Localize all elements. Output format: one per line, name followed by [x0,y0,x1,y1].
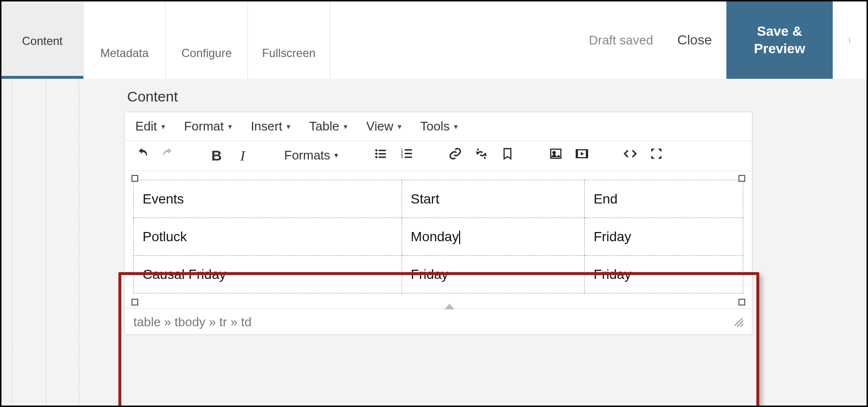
gutter-line [79,79,79,406]
tab-content-label: Content [22,34,62,48]
editor-content-area[interactable]: Events Start End Potluck Monday Friday C… [125,171,752,308]
table-row[interactable]: Potluck Monday Friday [134,218,743,256]
svg-point-6 [376,153,378,155]
svg-rect-7 [379,153,386,155]
svg-rect-13 [405,153,412,154]
svg-point-4 [376,149,378,152]
menu-tools[interactable]: Tools▼ [420,119,460,134]
expand-button[interactable] [650,147,663,164]
column-indicator-icon [445,304,454,309]
close-button[interactable]: Close [663,1,726,79]
menu-table-label: Table [309,119,339,134]
svg-point-8 [376,156,378,159]
gutter-line [46,79,46,406]
editor-body: Content Edit▼ Format▼ Insert▼ Table▼ Vie… [1,79,867,406]
italic-button[interactable]: I [236,147,249,164]
cell-text: End [593,191,618,206]
path-sep: » [227,315,241,329]
link-button[interactable] [448,147,462,164]
table-cell[interactable]: Monday [402,218,584,256]
svg-point-1 [849,38,850,39]
cell-text: Potluck [143,229,187,244]
cell-text: Friday [593,229,631,244]
video-button[interactable] [575,147,589,164]
selection-handle[interactable] [738,175,745,182]
content-table[interactable]: Events Start End Potluck Monday Friday C… [133,180,743,293]
resize-grip-icon[interactable] [735,318,743,327]
table-row[interactable]: Events Start End [134,180,743,218]
selection-handle[interactable] [131,299,138,305]
menu-edit-label: Edit [135,119,157,134]
path-segment[interactable]: tbody [174,315,205,329]
table-cell[interactable]: End [585,180,743,218]
path-segment[interactable]: table [133,315,160,329]
bold-button[interactable]: B [210,147,223,164]
svg-text:3: 3 [401,155,403,159]
table-cell[interactable]: Events [134,180,402,218]
svg-point-17 [553,151,555,154]
table-cell[interactable]: Friday [402,256,584,293]
chevron-down-icon: ▼ [452,123,459,131]
menu-insert-label: Insert [251,119,282,134]
chevron-down-icon: ▼ [342,123,349,131]
tab-fullscreen[interactable]: Fullscreen [248,1,330,79]
table-cell[interactable]: Causal Friday [134,256,402,293]
draft-status: Draft saved [579,1,663,79]
table-row[interactable]: Causal Friday Friday Friday [134,256,743,293]
table-cell[interactable]: Friday [585,218,743,256]
svg-rect-15 [405,157,412,158]
chevron-down-icon: ▼ [333,152,339,159]
unlink-button[interactable] [475,147,488,164]
path-sep: » [160,315,174,329]
source-code-button[interactable] [623,147,637,164]
selection-handle[interactable] [738,299,745,305]
tab-configure-label: Configure [181,46,231,60]
editor-toolbar: B I Formats▼ 123 [125,141,752,171]
overflow-menu-button[interactable] [833,1,867,79]
bookmark-button[interactable] [501,147,514,164]
menu-tools-label: Tools [420,119,450,134]
chevron-down-icon: ▼ [160,123,167,131]
menu-format[interactable]: Format▼ [184,119,233,134]
tab-content[interactable]: Content [1,1,84,79]
chevron-down-icon: ▼ [227,123,233,131]
top-toolbar: Content Metadata Configure Fullscreen Dr… [1,1,867,79]
undo-button[interactable] [135,147,149,164]
svg-point-2 [849,40,850,41]
path-segment[interactable]: td [241,315,252,329]
image-button[interactable] [549,147,563,164]
menu-edit[interactable]: Edit▼ [135,119,167,134]
table-cell[interactable]: Potluck [134,218,402,256]
element-path-bar: table » tbody » tr » td [125,308,752,334]
numbered-list-button[interactable]: 123 [400,147,414,164]
selection-handle[interactable] [131,175,138,182]
formats-label: Formats [284,148,330,163]
chevron-down-icon: ▼ [396,123,403,131]
section-title: Content [127,88,867,105]
svg-rect-19 [577,150,579,158]
save-preview-button[interactable]: Save & Preview [726,1,833,79]
formats-dropdown[interactable]: Formats▼ [284,148,339,163]
menu-table[interactable]: Table▼ [309,119,349,134]
menu-view[interactable]: View▼ [366,119,403,134]
tab-metadata-label: Metadata [100,46,148,60]
menu-insert[interactable]: Insert▼ [251,119,292,134]
svg-point-3 [849,41,850,42]
redo-button[interactable] [161,147,175,164]
svg-rect-11 [405,149,412,151]
path-segment[interactable]: tr [219,315,227,329]
cell-text: Start [411,191,439,206]
cell-text: Events [143,191,184,206]
menu-format-label: Format [184,119,224,134]
bullet-list-button[interactable] [374,147,388,164]
element-path[interactable]: table » tbody » tr » td [133,315,251,330]
table-cell[interactable]: Start [402,180,584,218]
chevron-down-icon: ▼ [285,123,292,131]
svg-rect-5 [379,150,386,151]
svg-rect-20 [586,150,588,158]
tab-configure[interactable]: Configure [166,1,248,79]
cell-text: Monday [411,229,459,244]
table-cell[interactable]: Friday [585,256,743,293]
tab-metadata[interactable]: Metadata [84,1,166,79]
cell-text: Friday [593,267,631,282]
